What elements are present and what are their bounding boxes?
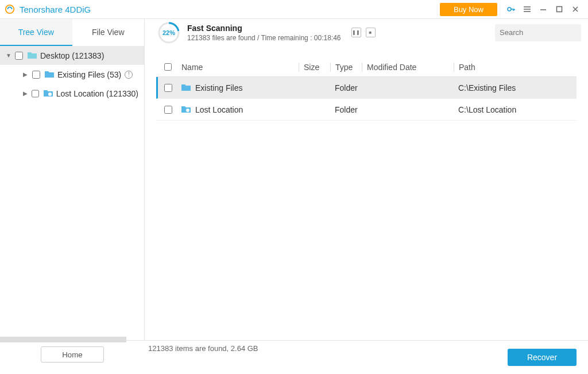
menu-icon[interactable] — [521, 3, 533, 16]
col-type[interactable]: Type — [330, 63, 362, 72]
scan-status: 22% Fast Scanning 121383 files are found… — [145, 19, 495, 46]
toolbar: Tree View File View 22% Fast Scanning 12… — [0, 19, 588, 46]
row-checkbox[interactable] — [164, 84, 172, 92]
tree-label: Lost Location (121330) — [56, 89, 138, 98]
recover-button[interactable]: Recover — [508, 349, 577, 366]
pause-button[interactable]: ❚❚ — [351, 28, 361, 37]
checkbox-all[interactable] — [164, 63, 172, 71]
stop-button[interactable]: ■ — [366, 28, 376, 37]
tree-label: Desktop (121383) — [40, 51, 104, 60]
row-name: Lost Location — [195, 105, 243, 114]
titlebar: Tenorshare 4DDiG Buy Now — [0, 0, 588, 19]
info-icon[interactable]: ! — [125, 71, 133, 79]
col-size[interactable]: Size — [299, 63, 330, 72]
search-box[interactable] — [495, 24, 581, 41]
scan-detail: 121383 files are found / Time remaining … — [187, 34, 341, 42]
minimize-icon[interactable] — [537, 3, 550, 16]
footer-status: 121383 items are found, 2.64 GB — [145, 341, 508, 353]
content-area: Name Size Type Modified Date Path Existi… — [145, 46, 588, 340]
close-icon[interactable] — [569, 3, 582, 16]
row-checkbox[interactable] — [164, 106, 172, 114]
chevron-down-icon[interactable]: ▼ — [6, 52, 11, 59]
scrollbar[interactable] — [0, 337, 126, 342]
svg-point-6 — [48, 92, 52, 96]
folder-icon — [28, 52, 37, 59]
chevron-right-icon[interactable]: ▶ — [23, 90, 28, 97]
folder-icon — [44, 90, 53, 97]
scan-title: Fast Scanning — [187, 24, 341, 33]
tab-file-view[interactable]: File View — [72, 19, 145, 46]
svg-point-0 — [6, 5, 14, 13]
progress-ring: 22% — [157, 21, 180, 44]
status-text: Fast Scanning 121383 files are found / T… — [187, 24, 341, 42]
row-path: C:\Lost Location — [454, 105, 568, 114]
table-row[interactable]: Lost Location Folder C:\Lost Location — [156, 99, 577, 121]
tree-label: Existing Files (53) — [57, 70, 121, 79]
table-header: Name Size Type Modified Date Path — [156, 57, 577, 77]
table-row[interactable]: Existing Files Folder C:\Existing Files — [156, 77, 577, 99]
checkbox-desktop[interactable] — [15, 52, 23, 60]
folder-icon — [181, 106, 191, 113]
home-button[interactable]: Home — [41, 346, 104, 363]
tree-item-existing-files[interactable]: ▶ Existing Files (53) ! — [0, 65, 144, 84]
row-path: C:\Existing Files — [454, 83, 568, 92]
col-name[interactable]: Name — [181, 63, 299, 72]
app-title: Tenorshare 4DDiG — [20, 5, 91, 14]
view-tabs: Tree View File View — [0, 19, 145, 46]
col-modified[interactable]: Modified Date — [362, 63, 454, 72]
row-type: Folder — [330, 83, 362, 92]
svg-point-7 — [186, 109, 189, 112]
row-name: Existing Files — [195, 83, 242, 92]
progress-percent: 22% — [157, 21, 180, 44]
tree-item-desktop[interactable]: ▼ Desktop (121383) — [0, 46, 144, 65]
svg-point-1 — [508, 7, 511, 11]
row-type: Folder — [330, 105, 362, 114]
tree-item-lost-location[interactable]: ▶ Lost Location (121330) — [0, 84, 144, 103]
sidebar: ▼ Desktop (121383) ▶ Existing Files (53)… — [0, 46, 145, 340]
buy-now-button[interactable]: Buy Now — [440, 3, 497, 16]
search-input[interactable] — [500, 28, 588, 37]
app-logo-icon — [5, 4, 15, 14]
chevron-right-icon[interactable]: ▶ — [23, 71, 29, 78]
folder-icon — [181, 84, 191, 91]
folder-icon — [45, 71, 54, 78]
checkbox-existing[interactable] — [32, 71, 40, 79]
checkbox-lost[interactable] — [32, 90, 39, 98]
key-icon[interactable] — [505, 3, 517, 16]
footer: Home 121383 items are found, 2.64 GB Rec… — [0, 340, 588, 374]
svg-rect-2 — [557, 7, 562, 12]
maximize-icon[interactable] — [553, 3, 566, 16]
col-path[interactable]: Path — [454, 63, 568, 72]
tab-tree-view[interactable]: Tree View — [0, 19, 72, 46]
